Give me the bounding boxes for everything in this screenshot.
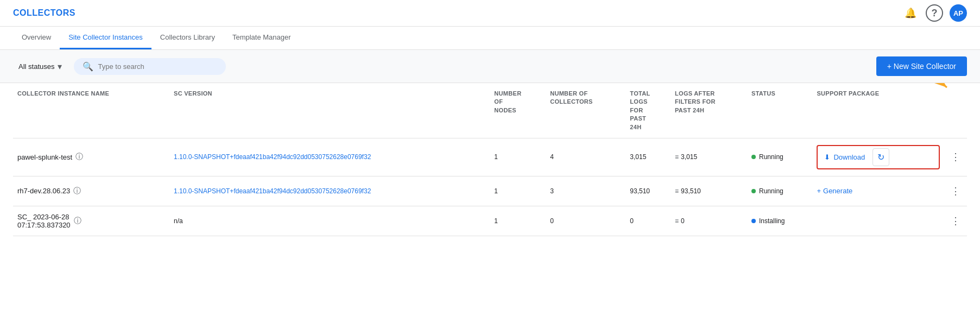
arrow-annotation-icon [922,83,955,94]
cell-more-actions: ⋮ [944,138,967,176]
info-icon[interactable]: ⓘ [74,216,81,226]
table-header-row: COLLECTOR INSTANCE NAME SC VERSION NUMBE… [13,83,967,138]
info-icon[interactable]: ⓘ [73,186,81,196]
filter-icon: ≡ [675,217,679,225]
col-instance-name: COLLECTOR INSTANCE NAME [13,83,169,138]
cell-status: Installing [747,206,812,236]
cell-logs-after: ≡ 93,510 [671,176,747,206]
cell-support-package [812,206,944,236]
cell-nodes: 1 [490,138,546,176]
col-num-nodes: NUMBEROFNODES [490,83,546,138]
top-bar: COLLECTORS 🔔 ? AP [0,0,980,27]
col-support-package: SUPPORT PACKAGE [812,83,944,138]
status-filter-label: All statuses [18,62,54,71]
status-label: Running [759,153,783,161]
cell-instance-name: SC_ 2023-06-28 07:17:53.837320 ⓘ [13,206,169,236]
version-text: 1.10.0-SNAPSHOT+fdeaaf421ba42f94dc92dd05… [174,153,371,161]
plus-icon: + [817,187,821,195]
tab-collectors-library[interactable]: Collectors Library [151,27,224,49]
new-site-collector-button[interactable]: + New Site Collector [876,56,967,76]
status-dot-running [751,155,756,159]
status-running: Running [751,153,808,161]
more-options-button[interactable]: ⋮ [949,149,963,165]
table-row: rh7-dev.28.06.23 ⓘ 1.10.0-SNAPSHOT+fdeaa… [13,176,967,206]
more-options-button[interactable]: ⋮ [949,213,963,229]
cell-status: Running [747,176,812,206]
nav-tabs: Overview Site Collector Instances Collec… [0,27,980,50]
cell-total-logs: 93,510 [625,176,671,206]
support-package-highlighted: ⬇ Download ↻ [817,145,940,169]
generate-button[interactable]: + Generate [817,187,852,195]
col-logs-after: LOGS AFTERFILTERS FORPAST 24H [671,83,747,138]
download-button[interactable]: ⬇ Download [820,152,869,162]
notification-icon: 🔔 [905,7,916,19]
col-sc-version: SC VERSION [169,83,490,138]
info-icon[interactable]: ⓘ [75,152,83,162]
refresh-button[interactable]: ↻ [872,148,889,166]
version-text: 1.10.0-SNAPSHOT+fdeaaf421ba42f94dc92dd05… [174,187,371,195]
col-status: STATUS [747,83,812,138]
cell-collectors: 4 [546,138,625,176]
col-num-collectors: NUMBER OFCOLLECTORS [546,83,625,138]
filter-icon: ≡ [675,187,679,195]
cell-logs-after: ≡ 0 [671,206,747,236]
instance-name-cell: SC_ 2023-06-28 07:17:53.837320 ⓘ [17,213,165,229]
cell-more-actions: ⋮ [944,176,967,206]
status-installing: Installing [751,217,808,225]
notification-button[interactable]: 🔔 [902,4,919,22]
app-title: COLLECTORS [13,8,75,18]
more-options-button[interactable]: ⋮ [949,183,963,199]
chevron-down-icon: ▾ [58,61,62,72]
cell-nodes: 1 [490,176,546,206]
tab-overview[interactable]: Overview [13,27,60,49]
status-dot-installing [751,219,756,223]
new-site-label: + New Site Collector [887,62,956,71]
toolbar-left: All statuses ▾ 🔍 [13,58,226,75]
cell-nodes: 1 [490,206,546,236]
cell-total-logs: 0 [625,206,671,236]
cell-support-package: ⬇ Download ↻ [812,138,944,176]
cell-version: n/a [169,206,490,236]
filter-icon: ≡ [675,153,679,161]
table-row: SC_ 2023-06-28 07:17:53.837320 ⓘ n/a 1 0… [13,206,967,236]
instance-name-cell: pawel-splunk-test ⓘ [17,152,165,162]
cell-status: Running [747,138,812,176]
cell-collectors: 3 [546,176,625,206]
status-dot-running [751,189,756,193]
generate-label: Generate [823,187,852,195]
cell-more-actions: ⋮ [944,206,967,236]
status-running: Running [751,187,808,195]
cell-logs-after: ≡ 3,015 [671,138,747,176]
avatar[interactable]: AP [950,4,967,22]
search-box: 🔍 [74,58,226,75]
cell-version: 1.10.0-SNAPSHOT+fdeaaf421ba42f94dc92dd05… [169,176,490,206]
cell-total-logs: 3,015 [625,138,671,176]
tab-template-manager[interactable]: Template Manager [224,27,300,49]
table-wrapper: COLLECTOR INSTANCE NAME SC VERSION NUMBE… [0,83,980,236]
top-icons: 🔔 ? AP [902,4,967,22]
search-input[interactable] [98,62,217,71]
status-label: Installing [759,217,785,225]
cell-version: 1.10.0-SNAPSHOT+fdeaaf421ba42f94dc92dd05… [169,138,490,176]
tab-site-collector-instances[interactable]: Site Collector Instances [60,27,151,49]
search-icon: 🔍 [83,61,93,72]
cell-instance-name: pawel-splunk-test ⓘ [13,138,169,176]
download-label: Download [833,153,865,161]
table-row: pawel-splunk-test ⓘ 1.10.0-SNAPSHOT+fdea… [13,138,967,176]
status-label: Running [759,187,783,195]
toolbar: All statuses ▾ 🔍 + New Site Collector [0,50,980,83]
collectors-table: COLLECTOR INSTANCE NAME SC VERSION NUMBE… [13,83,967,236]
cell-support-package: + Generate [812,176,944,206]
instance-name-text: pawel-splunk-test [17,153,72,161]
status-filter-dropdown[interactable]: All statuses ▾ [13,58,67,75]
help-button[interactable]: ? [926,4,943,22]
cell-collectors: 0 [546,206,625,236]
svg-line-1 [925,83,947,87]
help-icon: ? [932,8,938,19]
instance-name-text: SC_ 2023-06-28 07:17:53.837320 [17,213,71,229]
col-total-logs: TOTALLOGSFORPAST24H [625,83,671,138]
cell-instance-name: rh7-dev.28.06.23 ⓘ [13,176,169,206]
instance-name-cell: rh7-dev.28.06.23 ⓘ [17,186,165,196]
instance-name-text: rh7-dev.28.06.23 [17,187,70,195]
download-icon: ⬇ [824,153,830,161]
